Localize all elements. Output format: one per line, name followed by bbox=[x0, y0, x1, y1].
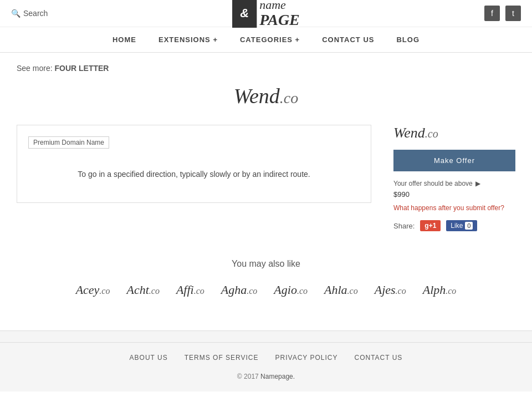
search-icon: 🔍 bbox=[11, 9, 21, 18]
domain-tld-large: .co bbox=[280, 89, 298, 106]
logo[interactable]: & name PAGE bbox=[232, 0, 300, 29]
list-item[interactable]: Alph.co bbox=[423, 283, 457, 297]
footer-link-privacy[interactable]: PRIVACY POLICY bbox=[275, 354, 338, 362]
item-tld: .co bbox=[396, 286, 406, 296]
breadcrumb-prefix: See more: bbox=[17, 64, 53, 73]
main-nav: HOME EXTENSIONS + CATEGORIES + CONTACT U… bbox=[0, 27, 532, 53]
list-item[interactable]: Agha.co bbox=[221, 283, 258, 297]
copyright: © 2017 Namepage. bbox=[0, 373, 532, 380]
breadcrumb: See more: FOUR LETTER bbox=[17, 64, 515, 73]
item-name: Acht bbox=[126, 283, 149, 297]
list-item[interactable]: Ajes.co bbox=[375, 283, 406, 297]
domain-name-large: Wend bbox=[234, 84, 280, 108]
left-panel: Premium Domain Name To go in a specified… bbox=[17, 125, 371, 203]
facebook-like-button[interactable]: Like 0 bbox=[446, 220, 477, 231]
footer-links: ABOUT US TERMS OF SERVICE PRIVACY POLICY… bbox=[0, 354, 532, 362]
offer-hint-text: Your offer should be above bbox=[393, 180, 473, 187]
item-name: Ahla bbox=[324, 283, 347, 297]
nav-item-home[interactable]: HOME bbox=[112, 35, 136, 44]
logo-name: name bbox=[259, 0, 300, 12]
list-item[interactable]: Acht.co bbox=[126, 283, 159, 297]
arrow-icon: ▶ bbox=[475, 180, 480, 187]
copyright-year: © 2017 bbox=[237, 373, 259, 380]
domain-title-large: Wend.co bbox=[17, 84, 515, 108]
logo-text: name PAGE bbox=[259, 0, 300, 29]
site-footer: ABOUT US TERMS OF SERVICE PRIVACY POLICY… bbox=[0, 330, 532, 391]
item-name: Alph bbox=[423, 283, 446, 297]
item-tld: .co bbox=[446, 286, 456, 296]
footer-link-about[interactable]: ABOUT US bbox=[130, 354, 168, 362]
nav-item-contact[interactable]: CONTACT US bbox=[322, 35, 374, 44]
search-button[interactable]: 🔍 Search bbox=[11, 9, 48, 18]
item-tld: .co bbox=[297, 286, 308, 296]
item-name: Acey bbox=[76, 283, 100, 297]
domain-definition: To go in a specified direction, typicall… bbox=[28, 157, 360, 191]
facebook-icon[interactable]: f bbox=[484, 6, 500, 21]
item-name: Affi bbox=[176, 283, 194, 297]
logo-page: PAGE bbox=[259, 12, 300, 29]
also-like-grid: Acey.co Acht.co Affi.co Agha.co Agio.co … bbox=[17, 283, 515, 297]
footer-link-contact[interactable]: CONTACT US bbox=[354, 354, 402, 362]
list-item[interactable]: Affi.co bbox=[176, 283, 204, 297]
domain-heading: Wend.co bbox=[393, 125, 515, 141]
logo-icon: & bbox=[232, 0, 257, 28]
list-item[interactable]: Acey.co bbox=[76, 283, 110, 297]
domain-name: Wend bbox=[393, 125, 425, 141]
twitter-icon[interactable]: t bbox=[505, 6, 521, 21]
list-item[interactable]: Ahla.co bbox=[324, 283, 358, 297]
fb-like-label: Like bbox=[451, 222, 463, 230]
search-label: Search bbox=[23, 9, 48, 18]
google-plus-button[interactable]: g+1 bbox=[420, 220, 441, 231]
item-tld: .co bbox=[99, 286, 110, 296]
list-item[interactable]: Agio.co bbox=[274, 283, 308, 297]
premium-label: Premium Domain Name bbox=[28, 136, 109, 149]
item-tld: .co bbox=[347, 286, 358, 296]
nav-item-extensions[interactable]: EXTENSIONS + bbox=[158, 35, 218, 44]
make-offer-button[interactable]: Make Offer bbox=[393, 150, 515, 171]
logo-link[interactable]: & name PAGE bbox=[232, 0, 300, 29]
nav-item-blog[interactable]: BLOG bbox=[396, 35, 420, 44]
brand-link[interactable]: Namepage. bbox=[260, 373, 295, 380]
share-label: Share: bbox=[393, 222, 415, 230]
share-row: Share: g+1 Like 0 bbox=[393, 220, 515, 231]
also-like-title: You may also like bbox=[17, 259, 515, 269]
main-layout: Premium Domain Name To go in a specified… bbox=[17, 125, 515, 231]
item-name: Ajes bbox=[375, 283, 396, 297]
right-panel: Wend.co Make Offer Your offer should be … bbox=[393, 125, 515, 231]
item-tld: .co bbox=[247, 286, 257, 296]
offer-amount: $990 bbox=[393, 190, 515, 199]
footer-link-terms[interactable]: TERMS OF SERVICE bbox=[185, 354, 259, 362]
item-name: Agio bbox=[274, 283, 297, 297]
fb-count: 0 bbox=[465, 222, 473, 230]
social-icons: f t bbox=[484, 6, 521, 21]
breadcrumb-link[interactable]: FOUR LETTER bbox=[54, 64, 109, 73]
site-header: 🔍 Search & name PAGE f t bbox=[0, 0, 532, 27]
main-content: See more: FOUR LETTER Wend.co Premium Do… bbox=[0, 53, 532, 308]
item-tld: .co bbox=[149, 286, 160, 296]
also-like-section: You may also like Acey.co Acht.co Affi.c… bbox=[17, 259, 515, 297]
item-tld: .co bbox=[194, 286, 204, 296]
nav-item-categories[interactable]: CATEGORIES + bbox=[240, 35, 300, 44]
item-name: Agha bbox=[221, 283, 247, 297]
what-happens-link[interactable]: What happens after you submit offer? bbox=[393, 204, 515, 212]
offer-hint: Your offer should be above ▶ bbox=[393, 180, 515, 187]
domain-tld: .co bbox=[425, 128, 438, 140]
